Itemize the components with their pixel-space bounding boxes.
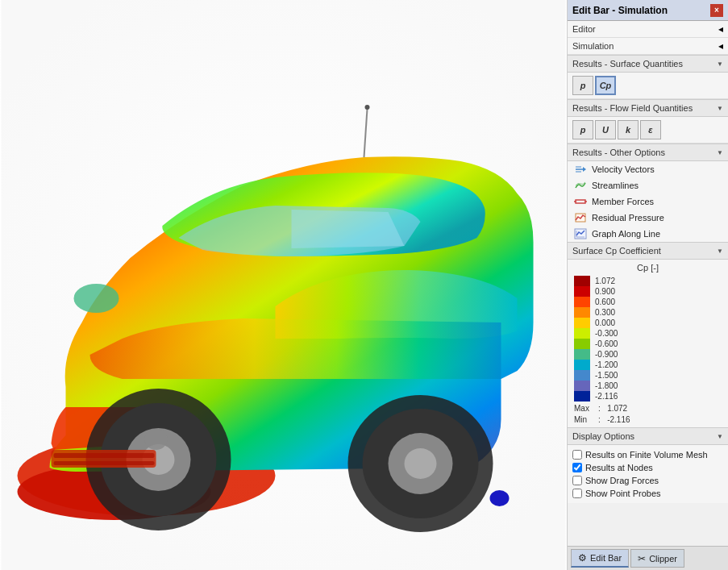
legend-labels: 1.072 0.900 0.600 0.300 0.000 -0.300 -0.… bbox=[595, 276, 618, 401]
legend-max-row: Max : 1.072 bbox=[574, 404, 722, 413]
surface-cp-header[interactable]: Surface Cp Coefficient ▼ bbox=[568, 242, 728, 260]
member-forces-item[interactable]: Member Forces bbox=[568, 193, 728, 210]
panel-scroll-area: Editor ◂ Simulation ◂ Results - Surface … bbox=[568, 21, 728, 546]
display-options-content: Results on Finite Volume Mesh Results at… bbox=[568, 445, 728, 503]
flow-field-arrow-icon: ▼ bbox=[717, 105, 723, 112]
clipper-tab[interactable]: ✂ Clipper bbox=[630, 549, 684, 568]
drag-forces-checkbox[interactable] bbox=[572, 476, 582, 485]
edit-bar-tab-label: Edit Bar bbox=[590, 553, 622, 563]
editor-arrow-icon: ◂ bbox=[718, 23, 723, 35]
velocity-vectors-item[interactable]: Velocity Vectors bbox=[568, 161, 728, 177]
flow-k-button[interactable]: k bbox=[618, 120, 639, 139]
swatch-2 bbox=[574, 297, 590, 307]
legend-value-0: 1.072 bbox=[595, 276, 618, 286]
surface-cp-button[interactable]: Cp bbox=[595, 76, 616, 95]
close-button[interactable]: × bbox=[710, 4, 723, 17]
legend-section: Cp [-] 1.072 0 bbox=[568, 260, 728, 427]
legend-value-8: -1.200 bbox=[595, 360, 618, 370]
simulation-arrow-icon: ◂ bbox=[718, 40, 723, 52]
swatch-3 bbox=[574, 307, 590, 318]
flow-field-buttons: p U k ε bbox=[568, 117, 728, 144]
max-value: 1.072 bbox=[607, 404, 627, 413]
velocity-vectors-label: Velocity Vectors bbox=[592, 164, 655, 174]
drag-forces-row[interactable]: Show Drag Forces bbox=[572, 474, 723, 487]
residual-pressure-label: Residual Pressure bbox=[592, 213, 664, 223]
flow-p-button[interactable]: p bbox=[572, 120, 593, 139]
flow-u-button[interactable]: U bbox=[595, 120, 616, 139]
max-separator: : bbox=[598, 404, 601, 413]
flow-field-header[interactable]: Results - Flow Field Quantities ▼ bbox=[568, 99, 728, 117]
drag-forces-label: Show Drag Forces bbox=[585, 476, 659, 485]
svg-rect-23 bbox=[576, 200, 585, 203]
graph-along-line-label: Graph Along Line bbox=[592, 229, 660, 239]
surface-cp-label: Surface Cp Coefficient bbox=[572, 246, 661, 256]
legend-value-7: -0.900 bbox=[595, 349, 618, 360]
swatch-1 bbox=[574, 286, 590, 297]
color-bar bbox=[574, 276, 590, 401]
svg-marker-20 bbox=[583, 167, 586, 172]
member-forces-icon bbox=[574, 196, 587, 207]
svg-point-14 bbox=[365, 105, 370, 110]
min-label: Min bbox=[574, 415, 587, 424]
main-visualization bbox=[0, 0, 567, 570]
member-forces-label: Member Forces bbox=[592, 197, 654, 206]
editor-label: Editor bbox=[572, 24, 596, 34]
legend-value-3: 0.300 bbox=[595, 307, 618, 318]
point-probes-row[interactable]: Show Point Probes bbox=[572, 487, 723, 500]
finite-mesh-row[interactable]: Results on Finite Volume Mesh bbox=[572, 448, 723, 461]
legend-bar-container: 1.072 0.900 0.600 0.300 0.000 -0.300 -0.… bbox=[574, 276, 722, 401]
results-at-nodes-checkbox[interactable] bbox=[572, 463, 582, 472]
svg-point-10 bbox=[405, 448, 437, 479]
graph-along-line-icon bbox=[574, 228, 587, 239]
residual-pressure-item[interactable]: Residual Pressure bbox=[568, 210, 728, 226]
swatch-5 bbox=[574, 328, 590, 339]
svg-point-12 bbox=[74, 284, 119, 313]
swatch-10 bbox=[574, 381, 590, 391]
bottom-tab-bar: ⚙ Edit Bar ✂ Clipper bbox=[568, 546, 728, 570]
editor-nav-row[interactable]: Editor ◂ bbox=[568, 21, 728, 38]
results-at-nodes-row[interactable]: Results at Nodes bbox=[572, 461, 723, 474]
swatch-4 bbox=[574, 318, 590, 328]
graph-along-line-item[interactable]: Graph Along Line bbox=[568, 226, 728, 242]
svg-rect-17 bbox=[54, 461, 155, 465]
flow-eps-button[interactable]: ε bbox=[640, 120, 661, 139]
streamlines-label: Streamlines bbox=[592, 181, 639, 190]
clipper-tab-icon: ✂ bbox=[638, 553, 646, 564]
streamlines-item[interactable]: Streamlines bbox=[568, 177, 728, 193]
edit-bar-tab-icon: ⚙ bbox=[578, 552, 587, 564]
legend-value-2: 0.600 bbox=[595, 297, 618, 307]
streamlines-icon bbox=[574, 180, 587, 191]
min-value: -2.116 bbox=[607, 415, 630, 424]
flow-field-label: Results - Flow Field Quantities bbox=[572, 103, 693, 113]
legend-value-6: -0.600 bbox=[595, 339, 618, 349]
legend-value-4: 0.000 bbox=[595, 318, 618, 328]
legend-value-9: -1.500 bbox=[595, 370, 618, 381]
surface-quantities-buttons: p Cp bbox=[568, 73, 728, 99]
finite-mesh-checkbox[interactable] bbox=[572, 450, 582, 460]
other-options-label: Results - Other Options bbox=[572, 148, 665, 157]
simulation-nav-row[interactable]: Simulation ◂ bbox=[568, 38, 728, 55]
point-probes-checkbox[interactable] bbox=[572, 489, 582, 498]
swatch-7 bbox=[574, 349, 590, 360]
right-panel: Edit Bar - Simulation × Editor ◂ Simulat… bbox=[567, 0, 728, 570]
svg-point-11 bbox=[490, 490, 510, 506]
swatch-8 bbox=[574, 360, 590, 370]
display-options-arrow-icon: ▼ bbox=[717, 433, 723, 440]
swatch-6 bbox=[574, 339, 590, 349]
car-cfd-view bbox=[0, 0, 567, 570]
surface-quantities-label: Results - Surface Quantities bbox=[572, 59, 683, 69]
surface-quantities-header[interactable]: Results - Surface Quantities ▼ bbox=[568, 55, 728, 73]
svg-point-18 bbox=[145, 429, 168, 450]
surface-cp-arrow-icon: ▼ bbox=[717, 248, 723, 255]
legend-value-5: -0.300 bbox=[595, 328, 618, 339]
point-probes-label: Show Point Probes bbox=[585, 489, 661, 498]
edit-bar-tab[interactable]: ⚙ Edit Bar bbox=[571, 549, 629, 568]
min-separator: : bbox=[598, 415, 601, 424]
results-at-nodes-label: Results at Nodes bbox=[585, 463, 653, 472]
simulation-label: Simulation bbox=[572, 41, 614, 51]
velocity-vectors-icon bbox=[574, 164, 587, 175]
other-options-header[interactable]: Results - Other Options ▼ bbox=[568, 144, 728, 161]
display-options-header[interactable]: Display Options ▼ bbox=[568, 427, 728, 445]
max-label: Max bbox=[574, 404, 589, 413]
surface-p-button[interactable]: p bbox=[572, 76, 593, 95]
